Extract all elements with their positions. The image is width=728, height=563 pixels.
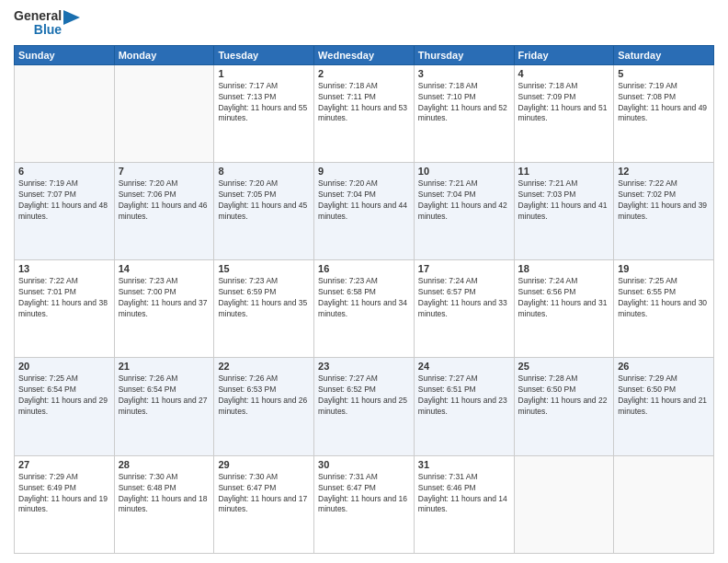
day-info: Sunrise: 7:25 AM Sunset: 6:55 PM Dayligh… (618, 276, 710, 320)
weekday-header-friday: Friday (514, 45, 614, 64)
calendar-cell: 2Sunrise: 7:18 AM Sunset: 7:11 PM Daylig… (314, 64, 415, 162)
day-info: Sunrise: 7:19 AM Sunset: 7:08 PM Dayligh… (618, 81, 710, 125)
day-number: 9 (318, 166, 410, 177)
calendar-cell: 18Sunrise: 7:24 AM Sunset: 6:56 PM Dayli… (514, 260, 614, 358)
day-number: 29 (218, 459, 310, 470)
day-number: 22 (218, 361, 310, 372)
calendar-cell: 4Sunrise: 7:18 AM Sunset: 7:09 PM Daylig… (514, 64, 614, 162)
day-number: 4 (518, 68, 610, 79)
calendar-cell: 14Sunrise: 7:23 AM Sunset: 7:00 PM Dayli… (114, 260, 214, 358)
calendar-cell: 6Sunrise: 7:19 AM Sunset: 7:07 PM Daylig… (15, 163, 115, 260)
calendar-cell: 3Sunrise: 7:18 AM Sunset: 7:10 PM Daylig… (414, 64, 514, 162)
weekday-header-row: SundayMondayTuesdayWednesdayThursdayFrid… (15, 45, 714, 64)
calendar-cell: 1Sunrise: 7:17 AM Sunset: 7:13 PM Daylig… (214, 64, 314, 162)
weekday-header-monday: Monday (114, 45, 214, 64)
day-info: Sunrise: 7:30 AM Sunset: 6:47 PM Dayligh… (218, 472, 310, 516)
day-number: 21 (119, 361, 210, 372)
calendar-cell: 20Sunrise: 7:25 AM Sunset: 6:54 PM Dayli… (15, 358, 115, 455)
day-number: 28 (119, 459, 210, 470)
day-number: 13 (18, 263, 110, 274)
day-number: 24 (418, 361, 510, 372)
day-info: Sunrise: 7:25 AM Sunset: 6:54 PM Dayligh… (18, 373, 110, 418)
logo-arrow-icon (63, 10, 80, 36)
weekday-header-sunday: Sunday (15, 45, 115, 64)
calendar-cell: 28Sunrise: 7:30 AM Sunset: 6:48 PM Dayli… (114, 455, 214, 553)
week-row-2: 6Sunrise: 7:19 AM Sunset: 7:07 PM Daylig… (15, 163, 714, 260)
day-info: Sunrise: 7:23 AM Sunset: 7:00 PM Dayligh… (119, 276, 210, 320)
day-number: 14 (119, 263, 210, 274)
week-row-4: 20Sunrise: 7:25 AM Sunset: 6:54 PM Dayli… (15, 358, 714, 455)
calendar-cell: 30Sunrise: 7:31 AM Sunset: 6:47 PM Dayli… (314, 455, 415, 553)
day-number: 16 (318, 263, 410, 274)
logo-blue-text: Blue (34, 23, 62, 37)
day-info: Sunrise: 7:30 AM Sunset: 6:48 PM Dayligh… (119, 472, 210, 516)
day-info: Sunrise: 7:21 AM Sunset: 7:03 PM Dayligh… (518, 178, 610, 223)
day-number: 7 (119, 166, 210, 177)
day-number: 6 (18, 166, 110, 177)
week-row-3: 13Sunrise: 7:22 AM Sunset: 7:01 PM Dayli… (15, 260, 714, 358)
calendar-cell: 25Sunrise: 7:28 AM Sunset: 6:50 PM Dayli… (514, 358, 614, 455)
day-info: Sunrise: 7:27 AM Sunset: 6:52 PM Dayligh… (318, 373, 410, 418)
day-info: Sunrise: 7:17 AM Sunset: 7:13 PM Dayligh… (218, 81, 310, 125)
header: General Blue (14, 9, 714, 38)
day-info: Sunrise: 7:22 AM Sunset: 7:02 PM Dayligh… (618, 178, 710, 223)
day-number: 3 (418, 68, 510, 79)
weekday-header-saturday: Saturday (614, 45, 714, 64)
day-info: Sunrise: 7:23 AM Sunset: 6:59 PM Dayligh… (218, 276, 310, 320)
day-number: 10 (418, 166, 510, 177)
calendar-table: SundayMondayTuesdayWednesdayThursdayFrid… (14, 45, 714, 554)
calendar-cell: 27Sunrise: 7:29 AM Sunset: 6:49 PM Dayli… (15, 455, 115, 553)
day-info: Sunrise: 7:24 AM Sunset: 6:57 PM Dayligh… (418, 276, 510, 320)
day-info: Sunrise: 7:28 AM Sunset: 6:50 PM Dayligh… (518, 373, 610, 418)
week-row-1: 1Sunrise: 7:17 AM Sunset: 7:13 PM Daylig… (15, 64, 714, 162)
calendar-cell (15, 64, 115, 162)
day-info: Sunrise: 7:18 AM Sunset: 7:10 PM Dayligh… (418, 81, 510, 125)
day-number: 25 (518, 361, 610, 372)
calendar-cell: 9Sunrise: 7:20 AM Sunset: 7:04 PM Daylig… (314, 163, 415, 260)
calendar-cell: 24Sunrise: 7:27 AM Sunset: 6:51 PM Dayli… (414, 358, 514, 455)
day-number: 18 (518, 263, 610, 274)
day-info: Sunrise: 7:24 AM Sunset: 6:56 PM Dayligh… (518, 276, 610, 320)
day-number: 19 (618, 263, 710, 274)
day-info: Sunrise: 7:20 AM Sunset: 7:05 PM Dayligh… (218, 178, 310, 223)
calendar-cell: 23Sunrise: 7:27 AM Sunset: 6:52 PM Dayli… (314, 358, 415, 455)
day-info: Sunrise: 7:31 AM Sunset: 6:46 PM Dayligh… (418, 472, 510, 516)
calendar-cell: 26Sunrise: 7:29 AM Sunset: 6:50 PM Dayli… (614, 358, 714, 455)
weekday-header-tuesday: Tuesday (214, 45, 314, 64)
calendar-cell (114, 64, 214, 162)
day-number: 1 (218, 68, 310, 79)
calendar-cell: 11Sunrise: 7:21 AM Sunset: 7:03 PM Dayli… (514, 163, 614, 260)
day-number: 2 (318, 68, 410, 79)
day-info: Sunrise: 7:29 AM Sunset: 6:50 PM Dayligh… (618, 373, 710, 418)
calendar-cell (514, 455, 614, 553)
day-info: Sunrise: 7:18 AM Sunset: 7:09 PM Dayligh… (518, 81, 610, 125)
logo: General Blue (14, 9, 80, 38)
day-info: Sunrise: 7:26 AM Sunset: 6:54 PM Dayligh… (119, 373, 210, 418)
calendar-cell: 22Sunrise: 7:26 AM Sunset: 6:53 PM Dayli… (214, 358, 314, 455)
day-number: 5 (618, 68, 710, 79)
svg-marker-0 (63, 10, 80, 25)
day-number: 26 (618, 361, 710, 372)
day-info: Sunrise: 7:27 AM Sunset: 6:51 PM Dayligh… (418, 373, 510, 418)
calendar-cell: 21Sunrise: 7:26 AM Sunset: 6:54 PM Dayli… (114, 358, 214, 455)
day-info: Sunrise: 7:22 AM Sunset: 7:01 PM Dayligh… (18, 276, 110, 320)
calendar-cell: 13Sunrise: 7:22 AM Sunset: 7:01 PM Dayli… (15, 260, 115, 358)
calendar-cell: 19Sunrise: 7:25 AM Sunset: 6:55 PM Dayli… (614, 260, 714, 358)
day-info: Sunrise: 7:20 AM Sunset: 7:04 PM Dayligh… (318, 178, 410, 223)
day-info: Sunrise: 7:18 AM Sunset: 7:11 PM Dayligh… (318, 81, 410, 125)
day-info: Sunrise: 7:19 AM Sunset: 7:07 PM Dayligh… (18, 178, 110, 223)
calendar-cell: 10Sunrise: 7:21 AM Sunset: 7:04 PM Dayli… (414, 163, 514, 260)
calendar-cell: 16Sunrise: 7:23 AM Sunset: 6:58 PM Dayli… (314, 260, 415, 358)
day-info: Sunrise: 7:31 AM Sunset: 6:47 PM Dayligh… (318, 472, 410, 516)
day-number: 27 (18, 459, 110, 470)
day-number: 30 (318, 459, 410, 470)
day-number: 15 (218, 263, 310, 274)
day-info: Sunrise: 7:26 AM Sunset: 6:53 PM Dayligh… (218, 373, 310, 418)
day-number: 23 (318, 361, 410, 372)
calendar-cell: 12Sunrise: 7:22 AM Sunset: 7:02 PM Dayli… (614, 163, 714, 260)
weekday-header-thursday: Thursday (414, 45, 514, 64)
day-number: 11 (518, 166, 610, 177)
day-number: 12 (618, 166, 710, 177)
day-info: Sunrise: 7:21 AM Sunset: 7:04 PM Dayligh… (418, 178, 510, 223)
page: General Blue SundayMondayTuesdayWednesda… (0, 0, 728, 563)
